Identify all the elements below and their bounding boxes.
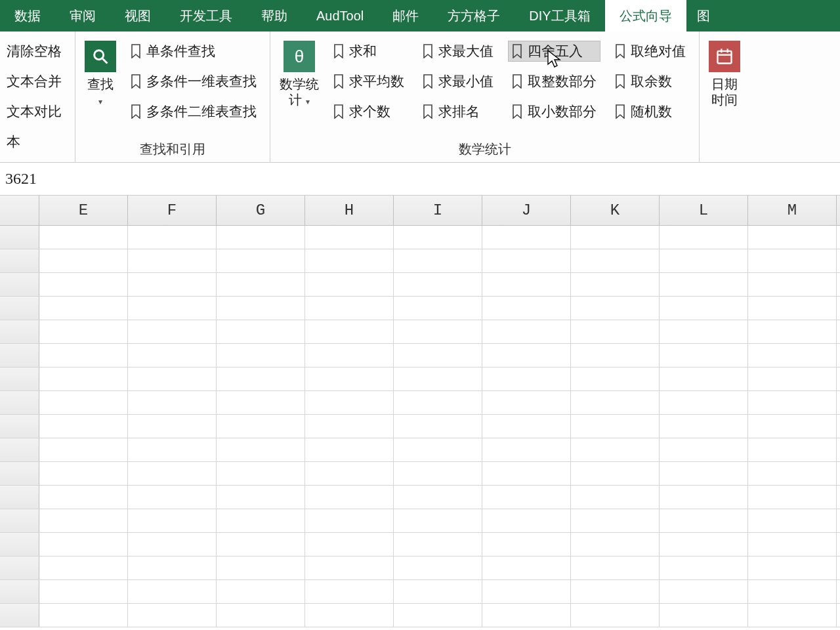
row-header[interactable] (0, 344, 39, 367)
cell[interactable] (305, 249, 394, 272)
col-header[interactable]: M (748, 196, 837, 225)
cell-grid[interactable] (0, 226, 840, 627)
cell[interactable] (748, 226, 837, 249)
cell[interactable] (571, 226, 660, 249)
cell[interactable] (660, 391, 748, 414)
cmd-multi-2d-lookup[interactable]: 多条件二维表查找 (127, 101, 261, 122)
cell[interactable] (217, 344, 305, 367)
cell[interactable] (39, 297, 128, 320)
cell[interactable] (571, 438, 660, 461)
cell[interactable] (305, 604, 394, 627)
cell[interactable] (660, 580, 748, 603)
row-header[interactable] (0, 604, 39, 627)
row-header[interactable] (0, 580, 39, 603)
cell[interactable] (128, 533, 217, 556)
cell[interactable] (571, 604, 660, 627)
cell[interactable] (660, 249, 748, 272)
cell[interactable] (128, 438, 217, 461)
cell[interactable] (482, 273, 571, 296)
cell[interactable] (128, 486, 217, 509)
tab-mail[interactable]: 邮件 (378, 0, 433, 32)
cell[interactable] (571, 391, 660, 414)
cmd-random[interactable]: 随机数 (611, 101, 690, 122)
cell[interactable] (305, 556, 394, 579)
cell[interactable] (128, 249, 217, 272)
cell[interactable] (128, 604, 217, 627)
formula-bar[interactable]: 3621 (0, 163, 840, 196)
cell[interactable] (660, 297, 748, 320)
cell[interactable] (660, 226, 748, 249)
cell[interactable] (39, 344, 128, 367)
cell[interactable] (217, 556, 305, 579)
cell[interactable] (482, 556, 571, 579)
datetime-button[interactable]: 日期 时间 (702, 37, 747, 108)
cell[interactable] (128, 556, 217, 579)
col-header[interactable]: I (394, 196, 482, 225)
cell[interactable] (39, 273, 128, 296)
cell[interactable] (660, 509, 748, 532)
cell[interactable] (571, 297, 660, 320)
tab-partial[interactable]: 图 (686, 0, 715, 32)
cell[interactable] (305, 273, 394, 296)
row-header[interactable] (0, 556, 39, 579)
row-header[interactable] (0, 297, 39, 320)
cmd-clear-spaces[interactable]: 清除空格 (3, 41, 66, 62)
tab-formula-wizard[interactable]: 公式向导 (605, 0, 686, 32)
row-header[interactable] (0, 273, 39, 296)
tab-view[interactable]: 视图 (110, 0, 165, 32)
cell[interactable] (39, 604, 128, 627)
cell[interactable] (305, 415, 394, 438)
cell[interactable] (217, 320, 305, 343)
row-header[interactable] (0, 320, 39, 343)
cell[interactable] (128, 391, 217, 414)
cell[interactable] (394, 509, 482, 532)
cell[interactable] (394, 556, 482, 579)
cell[interactable] (394, 438, 482, 461)
cell[interactable] (748, 297, 837, 320)
cell[interactable] (571, 273, 660, 296)
cell[interactable] (217, 604, 305, 627)
cell[interactable] (217, 368, 305, 390)
cell[interactable] (394, 533, 482, 556)
cell[interactable] (482, 320, 571, 343)
tab-data[interactable]: 数据 (0, 0, 55, 32)
col-header[interactable]: J (482, 196, 571, 225)
cmd-max[interactable]: 求最大值 (419, 41, 497, 62)
cell[interactable] (305, 320, 394, 343)
cell[interactable] (217, 391, 305, 414)
cell[interactable] (39, 249, 128, 272)
col-header[interactable]: F (128, 196, 217, 225)
cell[interactable] (128, 344, 217, 367)
row-header[interactable] (0, 391, 39, 414)
cell[interactable] (571, 344, 660, 367)
cell[interactable] (482, 604, 571, 627)
cmd-average[interactable]: 求平均数 (329, 71, 408, 92)
row-header[interactable] (0, 226, 39, 249)
cell[interactable] (39, 533, 128, 556)
cell[interactable] (482, 580, 571, 603)
cell[interactable] (482, 509, 571, 532)
cell[interactable] (660, 604, 748, 627)
cmd-min[interactable]: 求最小值 (419, 71, 497, 92)
cell[interactable] (660, 368, 748, 390)
cell[interactable] (305, 533, 394, 556)
cell[interactable] (748, 604, 837, 627)
cell[interactable] (394, 415, 482, 438)
cell[interactable] (571, 249, 660, 272)
cell[interactable] (305, 226, 394, 249)
cell[interactable] (660, 415, 748, 438)
cell[interactable] (394, 391, 482, 414)
cell[interactable] (748, 580, 837, 603)
tab-diy-toolbox[interactable]: DIY工具箱 (514, 0, 604, 32)
cell[interactable] (394, 226, 482, 249)
cell[interactable] (748, 415, 837, 438)
row-header[interactable] (0, 368, 39, 390)
cell[interactable] (748, 486, 837, 509)
cell[interactable] (217, 415, 305, 438)
lookup-dropdown-button[interactable]: 查找 ▾ (78, 37, 123, 108)
cmd-abs[interactable]: 取绝对值 (611, 41, 690, 62)
cell[interactable] (394, 249, 482, 272)
row-header[interactable] (0, 415, 39, 438)
tab-audtool[interactable]: AudTool (302, 0, 378, 32)
row-header[interactable] (0, 462, 39, 485)
